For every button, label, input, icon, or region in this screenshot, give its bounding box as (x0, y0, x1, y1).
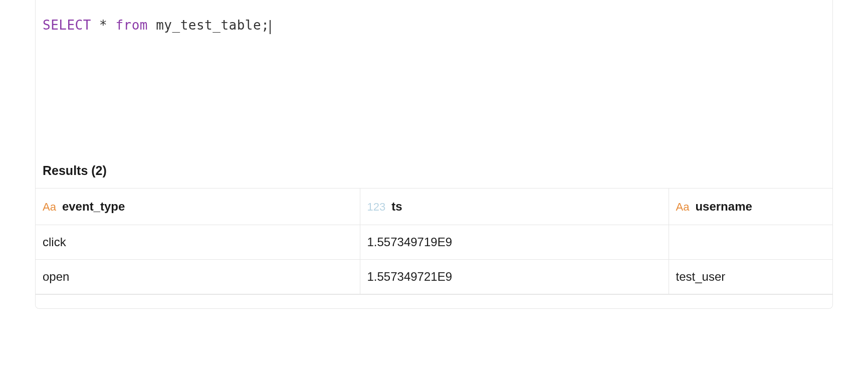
column-name: username (695, 200, 752, 213)
semicolon: ; (261, 18, 269, 33)
keyword-from: from (115, 18, 148, 33)
cell-username (669, 225, 832, 260)
code-line: SELECT * from my_test_table; (43, 16, 825, 34)
cell-ts: 1.557349719E9 (360, 225, 669, 260)
string-type-icon: Aa (676, 201, 690, 214)
string-type-icon: Aa (43, 201, 56, 214)
operator-star: * (99, 18, 107, 33)
text-cursor (270, 20, 271, 34)
table-row[interactable]: click 1.557349719E9 (36, 225, 832, 260)
column-name: ts (391, 200, 402, 213)
cell-event-type: click (36, 225, 360, 260)
cell-username: test_user (669, 260, 832, 294)
sql-panel: SELECT * from my_test_table; Results (2)… (35, 0, 833, 309)
column-name: event_type (62, 200, 125, 213)
table-header-row: Aaevent_type 123ts Aausername (36, 189, 832, 225)
bottom-spacer (36, 294, 832, 308)
results-table: Aaevent_type 123ts Aausername click 1.55… (36, 188, 832, 294)
results-header: Results (2) (36, 155, 832, 188)
cell-event-type: open (36, 260, 360, 294)
column-header-event-type[interactable]: Aaevent_type (36, 189, 360, 225)
column-header-ts[interactable]: 123ts (360, 189, 669, 225)
column-header-username[interactable]: Aausername (669, 189, 832, 225)
table-row[interactable]: open 1.557349721E9 test_user (36, 260, 832, 294)
sql-editor[interactable]: SELECT * from my_test_table; (36, 0, 832, 155)
cell-ts: 1.557349721E9 (360, 260, 669, 294)
keyword-select: SELECT (43, 18, 91, 33)
number-type-icon: 123 (367, 201, 386, 214)
identifier-table: my_test_table (156, 18, 261, 33)
